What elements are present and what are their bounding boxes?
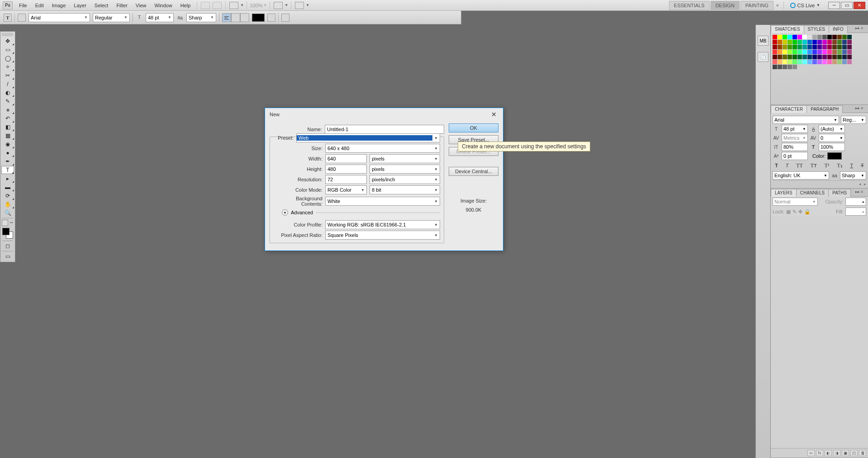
swatch[interactable] bbox=[812, 55, 817, 59]
swatch[interactable] bbox=[797, 50, 802, 54]
swatch[interactable] bbox=[773, 50, 777, 54]
swatch[interactable] bbox=[783, 60, 787, 64]
restore-button[interactable]: ▭ bbox=[841, 2, 853, 9]
menu-view[interactable]: View bbox=[132, 1, 150, 9]
path-selection-tool[interactable]: ▸ bbox=[1, 175, 14, 183]
new-group-icon[interactable]: ▣ bbox=[842, 450, 849, 456]
bold-button[interactable]: T bbox=[775, 162, 778, 169]
swatch[interactable] bbox=[807, 40, 812, 44]
foreground-background-colors[interactable] bbox=[2, 228, 13, 239]
workspace-essentials[interactable]: ESSENTIALS bbox=[669, 1, 710, 10]
bit-depth-combo[interactable]: 8 bit▼ bbox=[370, 185, 440, 194]
size-combo[interactable]: 640 x 480▼ bbox=[325, 144, 440, 153]
swatch[interactable] bbox=[783, 50, 787, 54]
swatch[interactable] bbox=[773, 35, 777, 39]
char-hscale-input[interactable]: 100% bbox=[819, 143, 845, 151]
swatch[interactable] bbox=[797, 40, 802, 44]
healing-brush-tool[interactable]: ◐ bbox=[1, 89, 14, 97]
swatch[interactable] bbox=[822, 45, 827, 49]
crop-tool[interactable]: ✂ bbox=[1, 71, 14, 80]
new-layer-icon[interactable]: ◰ bbox=[850, 450, 858, 456]
char-kerning-combo[interactable]: Metrics▼ bbox=[782, 134, 808, 142]
smallcaps-button[interactable]: Tᴛ bbox=[811, 162, 817, 169]
preset-combo[interactable]: Web ▼ bbox=[296, 133, 440, 142]
swatch[interactable] bbox=[773, 40, 777, 44]
swatch[interactable] bbox=[837, 35, 842, 39]
swatch[interactable] bbox=[792, 50, 797, 54]
swatch[interactable] bbox=[787, 65, 792, 69]
color-profile-combo[interactable]: Working RGB: sRGB IEC61966-2.1▼ bbox=[325, 220, 440, 229]
swatch[interactable] bbox=[822, 50, 827, 54]
antialias-combo[interactable]: Sharp▼ bbox=[186, 13, 216, 22]
swatch[interactable] bbox=[817, 35, 822, 39]
strikethrough-button[interactable]: T bbox=[861, 162, 864, 169]
swatch[interactable] bbox=[842, 40, 847, 44]
swatch[interactable] bbox=[787, 50, 792, 54]
tab-swatches[interactable]: SWATCHES bbox=[771, 25, 804, 33]
swatch[interactable] bbox=[827, 50, 832, 54]
swatch[interactable] bbox=[787, 40, 792, 44]
layer-fx-icon[interactable]: fx bbox=[816, 450, 823, 456]
width-unit-combo[interactable]: pixels▼ bbox=[370, 154, 440, 163]
height-input[interactable] bbox=[325, 165, 367, 174]
char-size-combo[interactable]: 48 pt▼ bbox=[782, 125, 808, 133]
lock-all-icon[interactable]: 🔒 bbox=[804, 209, 811, 215]
swatch[interactable] bbox=[783, 40, 787, 44]
swatch[interactable] bbox=[837, 40, 842, 44]
font-family-combo[interactable]: Arial▼ bbox=[28, 13, 90, 22]
swatch[interactable] bbox=[773, 65, 777, 69]
menu-filter[interactable]: Filter bbox=[113, 1, 131, 9]
char-vscale-input[interactable]: 80% bbox=[782, 143, 808, 151]
bridge-icon[interactable] bbox=[201, 2, 210, 9]
text-color-swatch[interactable] bbox=[252, 14, 265, 22]
align-left-button[interactable] bbox=[222, 13, 231, 22]
swatch[interactable] bbox=[807, 35, 812, 39]
dialog-titlebar[interactable]: New ✕ bbox=[265, 108, 503, 121]
swatch[interactable] bbox=[847, 35, 852, 39]
swatch[interactable] bbox=[807, 60, 812, 64]
underline-button[interactable]: T bbox=[850, 162, 853, 169]
swatch[interactable] bbox=[842, 55, 847, 59]
allcaps-button[interactable]: TT bbox=[796, 162, 803, 169]
tab-character[interactable]: CHARACTER bbox=[771, 105, 807, 113]
default-colors-icon[interactable] bbox=[2, 220, 8, 226]
resolution-unit-combo[interactable]: pixels/inch▼ bbox=[370, 175, 440, 184]
tab-layers[interactable]: LAYERS bbox=[771, 189, 797, 197]
swatch[interactable] bbox=[847, 45, 852, 49]
subscript-button[interactable]: T₁ bbox=[837, 162, 842, 169]
swatch[interactable] bbox=[847, 60, 852, 64]
swatch[interactable] bbox=[783, 45, 787, 49]
eyedropper-tool[interactable]: / bbox=[1, 80, 14, 88]
close-button[interactable]: ✕ bbox=[854, 2, 865, 9]
panel-menu-icon[interactable]: ≡ bbox=[861, 106, 867, 112]
char-aa-combo[interactable]: Sharp▼ bbox=[840, 171, 866, 179]
tab-info[interactable]: INFO bbox=[829, 25, 848, 33]
swatch[interactable] bbox=[778, 60, 782, 64]
menu-file[interactable]: File bbox=[15, 1, 31, 9]
swatch[interactable] bbox=[792, 60, 797, 64]
lock-image-icon[interactable]: ✎ bbox=[792, 209, 797, 215]
width-input[interactable] bbox=[325, 154, 367, 163]
brush-tool[interactable]: ✎ bbox=[1, 97, 14, 105]
panel-menu-icon[interactable]: ≡ bbox=[861, 26, 867, 32]
minimize-button[interactable]: ─ bbox=[828, 2, 840, 9]
blur-tool[interactable]: ◉ bbox=[1, 140, 14, 148]
font-weight-combo[interactable]: Regular▼ bbox=[93, 13, 130, 22]
menu-window[interactable]: Window bbox=[151, 1, 176, 9]
marquee-tool[interactable]: ▭ bbox=[1, 46, 14, 54]
swatch[interactable] bbox=[832, 45, 837, 49]
italic-button[interactable]: T bbox=[786, 162, 789, 169]
adjustment-layer-icon[interactable]: ◑ bbox=[833, 450, 840, 456]
swatch[interactable] bbox=[802, 35, 807, 39]
swatch[interactable] bbox=[802, 55, 807, 59]
swatch[interactable] bbox=[847, 55, 852, 59]
swatch[interactable] bbox=[773, 55, 777, 59]
swatch[interactable] bbox=[807, 55, 812, 59]
quick-mask-icon[interactable]: ◻ bbox=[1, 242, 14, 250]
swatch[interactable] bbox=[842, 60, 847, 64]
device-central-button[interactable]: Device Central... bbox=[449, 167, 498, 176]
dialog-close-button[interactable]: ✕ bbox=[489, 110, 498, 119]
char-nav-prev-icon[interactable]: ◂ bbox=[859, 182, 861, 186]
swatch[interactable] bbox=[787, 35, 792, 39]
height-unit-combo[interactable]: pixels▼ bbox=[370, 165, 440, 174]
